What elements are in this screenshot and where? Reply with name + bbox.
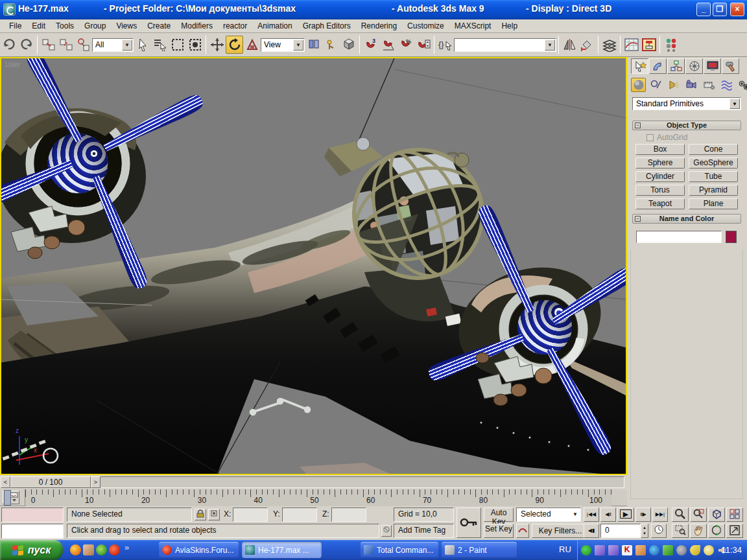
play-button[interactable]: ▶	[617, 508, 634, 522]
listener-box[interactable]	[1, 524, 64, 539]
key-filters-button[interactable]: Key Filters...	[532, 524, 589, 538]
menu-customize[interactable]: Customize	[402, 20, 449, 32]
z-field[interactable]	[331, 508, 366, 522]
quicklaunch-more-icon[interactable]: »	[124, 542, 129, 552]
tab-display[interactable]	[704, 58, 721, 74]
select-scale-icon[interactable]	[243, 36, 261, 54]
autogrid-checkbox[interactable]	[646, 134, 654, 141]
object-button-plane[interactable]: Plane	[689, 198, 738, 209]
zoom-all-icon[interactable]	[690, 508, 707, 522]
use-pivot-center-icon[interactable]	[305, 36, 322, 54]
menu-group[interactable]: Group	[79, 20, 111, 32]
task-he177-max[interactable]: He-177.max ...	[242, 542, 322, 558]
quicklaunch-opera-icon[interactable]	[109, 544, 120, 555]
next-frame-button[interactable]: ‖▶	[635, 508, 651, 522]
x-field[interactable]	[233, 508, 268, 522]
rect-selection-icon[interactable]	[169, 36, 186, 54]
spinner-snap-icon[interactable]	[414, 36, 432, 54]
frame-spinner[interactable]: ▲▼	[641, 524, 648, 538]
angle-snap-icon[interactable]	[379, 36, 397, 54]
menu-edit[interactable]: Edit	[27, 20, 51, 32]
pan-hand-icon[interactable]	[690, 524, 707, 538]
tray-kaspersky-icon[interactable]: K	[622, 545, 632, 555]
bind-spacewarp-icon[interactable]	[75, 36, 92, 54]
reference-coordinate-dropdown[interactable]: View▼	[261, 38, 305, 52]
snap-3d-icon[interactable]: 3	[362, 36, 379, 54]
default-in-out-tangent-icon[interactable]	[516, 524, 529, 538]
subtab-systems[interactable]	[736, 78, 747, 92]
material-editor-icon[interactable]	[662, 36, 680, 54]
y-field[interactable]	[282, 508, 317, 522]
tray-app3-icon[interactable]	[663, 545, 673, 555]
quicklaunch-icq-icon[interactable]	[96, 544, 107, 555]
viewport-user[interactable]: User	[0, 57, 627, 475]
subtab-shapes[interactable]	[648, 78, 663, 92]
viewport-label[interactable]: User	[5, 60, 20, 68]
select-link-icon[interactable]	[40, 36, 57, 54]
zoom-icon[interactable]	[672, 508, 689, 522]
time-config-icon[interactable]	[651, 524, 667, 538]
menu-animation[interactable]: Animation	[252, 20, 297, 32]
unlink-icon[interactable]	[57, 36, 75, 54]
redo-icon[interactable]	[18, 36, 35, 54]
curve-editor-icon[interactable]	[622, 36, 640, 54]
tray-app4-icon[interactable]	[676, 545, 687, 555]
menu-create[interactable]: Create	[142, 20, 176, 32]
add-time-tag[interactable]: Add Time Tag	[394, 524, 454, 538]
crossing-selection-icon[interactable]	[186, 36, 204, 54]
tab-utilities[interactable]	[722, 58, 739, 74]
menu-maxscript[interactable]: MAXScript	[449, 20, 497, 32]
tab-motion[interactable]	[685, 58, 703, 74]
frame-slider-handle[interactable]	[4, 490, 11, 506]
current-frame-field[interactable]: 0	[600, 524, 641, 538]
menu-views[interactable]: Views	[111, 20, 142, 32]
menu-modifiers[interactable]: Modifiers	[176, 20, 218, 32]
quicklaunch-daemon-icon[interactable]	[70, 544, 81, 555]
language-indicator[interactable]: RU	[559, 544, 571, 554]
keyboard-override-icon[interactable]	[340, 36, 357, 54]
rollout-name-color[interactable]: - Name and Color	[632, 214, 741, 224]
absolute-offset-icon[interactable]	[208, 509, 220, 520]
object-button-pyramid[interactable]: Pyramid	[689, 185, 738, 196]
minimize-button[interactable]: _	[696, 3, 711, 16]
subtab-spacewarps[interactable]	[718, 78, 733, 92]
key-mode-toggle[interactable]: ◀▮	[584, 524, 599, 538]
object-button-geosphere[interactable]: GeoSphere	[689, 158, 738, 169]
named-selection-icon[interactable]: {}	[436, 36, 454, 54]
frame-back-button[interactable]: <	[1, 476, 10, 488]
select-manipulate-icon[interactable]	[322, 36, 340, 54]
tray-app2-icon[interactable]	[649, 545, 659, 555]
object-button-sphere[interactable]: Sphere	[635, 158, 685, 169]
menu-rendering[interactable]: Rendering	[356, 20, 402, 32]
go-end-button[interactable]: ▶▶|	[652, 508, 668, 522]
menu-file[interactable]: File	[4, 20, 27, 32]
select-by-name-icon[interactable]	[151, 36, 169, 54]
object-name-input[interactable]	[636, 231, 722, 243]
tray-app5-icon[interactable]	[704, 545, 714, 555]
tab-modify[interactable]	[649, 58, 667, 74]
primitive-category-dropdown[interactable]: Standard Primitives▼	[632, 97, 741, 110]
object-button-cone[interactable]: Cone	[689, 144, 738, 155]
object-button-cylinder[interactable]: Cylinder	[635, 171, 685, 182]
menu-reactor[interactable]: reactor	[218, 20, 252, 32]
task-paint[interactable]: 2 - Paint	[442, 542, 517, 558]
menu-help[interactable]: Help	[496, 20, 523, 32]
select-object-icon[interactable]	[134, 36, 151, 54]
start-button[interactable]: пуск	[0, 540, 63, 560]
region-zoom-icon[interactable]	[672, 524, 689, 538]
quicklaunch-app-icon[interactable]	[83, 544, 94, 555]
tray-antivirus-icon[interactable]	[581, 545, 591, 555]
arc-rotate-icon[interactable]	[708, 524, 725, 538]
communicator-icon[interactable]	[381, 525, 392, 537]
align-icon[interactable]	[578, 36, 596, 54]
auto-key-button[interactable]: Auto Key	[484, 508, 514, 522]
selection-filter-dropdown[interactable]: All▼	[92, 38, 134, 52]
subtab-lights[interactable]	[666, 78, 681, 92]
macro-recorder-box[interactable]	[1, 508, 64, 522]
task-aviaskins[interactable]: AviaSkins.Foru...	[159, 542, 239, 558]
schematic-view-icon[interactable]	[640, 36, 658, 54]
rollout-object-type[interactable]: - Object Type	[632, 121, 741, 130]
menu-tools[interactable]: Tools	[51, 20, 79, 32]
tray-network2-icon[interactable]	[608, 545, 619, 555]
named-selection-dropdown[interactable]: ▼	[454, 38, 556, 52]
